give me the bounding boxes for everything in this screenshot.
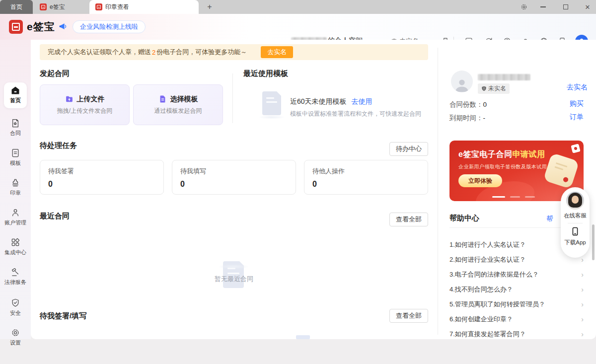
help-item-text: 2.如何进行企业实名认证？ <box>449 255 526 264</box>
profile-verify-chip: 未实名 <box>478 83 510 94</box>
contracts-empty-text: 暂无最近合同 <box>40 275 428 284</box>
stat-card-sign[interactable]: 待我签署 0 <box>40 160 164 195</box>
template-doc-shadow <box>258 115 285 119</box>
stat-label: 待我签署 <box>48 167 155 176</box>
todo-center-button[interactable]: 待办中心 <box>389 142 428 156</box>
notice-text-before: 完成个人实名认证领取个人章，赠送 <box>48 48 151 57</box>
go-verify-button[interactable]: 去实名 <box>261 46 293 58</box>
shield-check-icon <box>10 298 20 308</box>
sidebar-label: 安全 <box>10 309 21 317</box>
new-tab-button[interactable]: + <box>203 0 217 14</box>
chevron-right-icon: › <box>581 330 584 338</box>
view-all-contracts-button[interactable]: 查看全部 <box>389 213 428 226</box>
recent-templates-title: 最近使用模板 <box>243 69 288 78</box>
panel-divider <box>438 48 438 335</box>
try-now-button[interactable]: 立即体验 <box>458 174 502 187</box>
help-item[interactable]: 3.电子合同的法律依据是什么？› <box>449 267 584 282</box>
tab-home-label: 首页 <box>10 3 22 11</box>
close-button[interactable]: ✕ <box>580 0 595 14</box>
expire-label: 到期时间： <box>449 114 483 122</box>
profile-verify-label: 未实名 <box>488 84 506 93</box>
announcement-badge[interactable]: 企业风险检测上线啦 <box>73 20 146 33</box>
stat-card-others[interactable]: 待他人操作 0 <box>304 160 428 195</box>
orders-link[interactable]: 订单 <box>570 113 584 122</box>
online-service-button[interactable]: 在线客服 <box>564 212 587 219</box>
help-item-text: 7.如何直接发起签署合同？ <box>449 330 526 339</box>
tab-esign[interactable]: e签宝 <box>35 0 87 14</box>
home-icon <box>10 85 20 95</box>
upload-file-title: 上传文件 <box>77 95 105 104</box>
use-template-link[interactable]: 去使用 <box>352 97 372 106</box>
shield-icon <box>481 86 487 91</box>
help-item[interactable]: 5.管理员离职了如何转授管理员？› <box>449 297 584 312</box>
floating-service-widget: 在线客服 下载App <box>561 187 590 258</box>
help-item[interactable]: 2.如何进行企业实名认证？› <box>449 252 584 267</box>
help-center-title: 帮助中心 <box>449 214 479 223</box>
sidebar-item-integration[interactable]: 集成中心 <box>0 237 31 256</box>
promo-doc-illustration <box>543 152 579 189</box>
promo-title-accent: 申请试用 <box>512 150 545 158</box>
template-doc-icon <box>10 148 20 158</box>
buy-link[interactable]: 购买 <box>570 99 584 108</box>
template-doc-placeholder-icon <box>262 91 281 115</box>
profile-go-verify-link[interactable]: 去实名 <box>567 83 588 92</box>
stamp-icon <box>10 178 20 188</box>
panel-scrollbar[interactable] <box>592 224 595 260</box>
person-icon <box>453 77 470 92</box>
app-window: 首页 e签宝 印章查看 + ✕ e签宝 <box>0 0 596 364</box>
help-item-text: 3.电子合同的法律依据是什么？ <box>449 270 539 279</box>
upload-file-card[interactable]: 上传文件 拖拽/上传文件发合同 <box>40 84 130 125</box>
window-settings-button[interactable] <box>517 0 531 14</box>
choose-template-card[interactable]: 选择模板 通过模板发起合同 <box>133 84 223 125</box>
tab-home[interactable]: 首页 <box>0 0 33 14</box>
stat-card-fill[interactable]: 待我填写 0 <box>172 160 296 195</box>
gear-icon <box>520 3 528 11</box>
minimize-button[interactable] <box>535 0 550 14</box>
sidebar-item-templates[interactable]: 模板 <box>0 148 31 167</box>
view-all-awaiting-button[interactable]: 查看全部 <box>389 309 428 323</box>
sidebar-label: 集成中心 <box>4 249 26 256</box>
verify-notice-banner: 完成个人实名认证领取个人章，赠送 2 份电子合同，可体验更多功能～ 去实名 <box>40 44 428 60</box>
maximize-button[interactable] <box>558 0 573 14</box>
promo-title: e签宝电子合同申请试用 <box>458 149 545 160</box>
download-app-button[interactable]: 下载App <box>564 239 586 246</box>
tab-seal-view[interactable]: 印章查看 <box>89 0 199 14</box>
announcement[interactable]: 企业风险检测上线啦 <box>59 20 146 33</box>
chevron-right-icon: › <box>581 271 584 279</box>
promo-banner[interactable]: e签宝电子合同申请试用 企业新用户领取电子签份数及版本试用 立即体验 <box>449 141 584 201</box>
widget-divider <box>568 223 583 223</box>
initiate-section-title: 发起合同 <box>40 69 70 78</box>
help-item-text: 1.如何进行个人实名认证？ <box>449 240 526 249</box>
brand-name: e签宝 <box>27 20 55 34</box>
profile-avatar[interactable] <box>451 71 473 92</box>
phone-icon[interactable] <box>570 226 580 236</box>
pending-section-title: 待处理任务 <box>40 141 77 150</box>
sidebar-label: 首页 <box>10 97 21 104</box>
horizontal-scrollbar[interactable] <box>296 335 310 339</box>
help-item[interactable]: 4.找不到合同怎么办？› <box>449 282 584 297</box>
customer-service-avatar[interactable] <box>566 192 584 210</box>
sidebar-item-legal[interactable]: 法律服务 <box>0 267 31 286</box>
brand-logo-icon <box>9 20 23 34</box>
sidebar-item-contracts[interactable]: 合同 <box>0 118 31 137</box>
help-item-text: 4.找不到合同怎么办？ <box>449 285 513 294</box>
template-empty-row: 近60天未使用模板 去使用 <box>290 97 372 106</box>
sidebar-item-seals[interactable]: 印章 <box>0 178 31 197</box>
sidebar-item-security[interactable]: 安全 <box>0 298 31 317</box>
sidebar-item-settings[interactable]: 设置 <box>0 328 31 347</box>
help-docs-link[interactable]: 帮 <box>546 215 553 223</box>
redacted-profile-name <box>478 74 530 80</box>
recent-contracts-title: 最近合同 <box>40 212 70 221</box>
upload-folder-icon <box>65 95 74 103</box>
help-item[interactable]: 6.如何创建企业印章？› <box>449 312 584 327</box>
carousel-dot[interactable] <box>525 196 535 198</box>
template-file-icon <box>158 95 167 103</box>
template-empty-text: 近60天未使用模板 <box>290 97 347 106</box>
chevron-right-icon: › <box>581 300 584 308</box>
sidebar-item-account[interactable]: 账户管理 <box>0 208 31 226</box>
help-item[interactable]: 7.如何直接发起签署合同？› <box>449 327 584 342</box>
sidebar-item-home[interactable]: 首页 <box>0 85 31 104</box>
sidebar-label: 模板 <box>10 159 21 167</box>
carousel-dot[interactable] <box>510 196 520 198</box>
carousel-dot-active[interactable] <box>492 196 505 198</box>
